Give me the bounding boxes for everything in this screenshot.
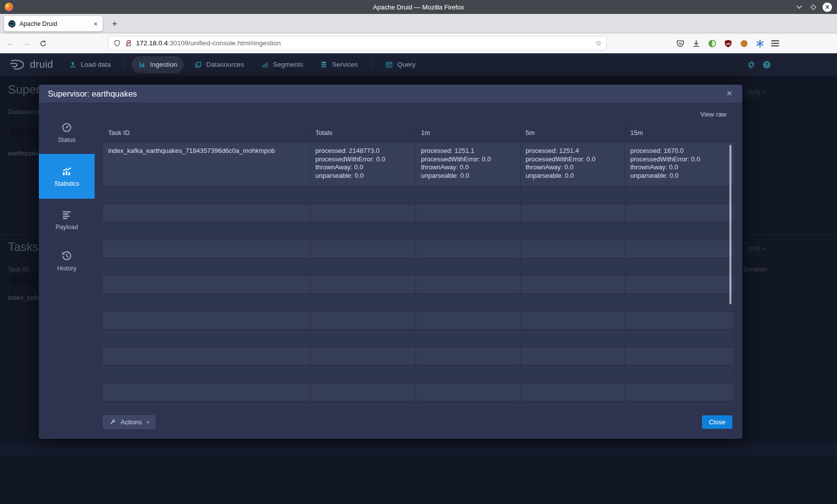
empty-cell [625,276,733,293]
empty-cell [521,348,625,365]
nav-item-query[interactable]: Query [379,56,422,73]
tab-label: Status [58,136,75,143]
asterisk-extension-icon[interactable] [755,39,765,48]
empty-cell [625,366,733,383]
empty-cell [625,204,733,222]
bookmark-star-icon[interactable]: ☆ [595,39,602,48]
tab-statistics[interactable]: Statistics [39,154,95,199]
dialog-close-icon[interactable]: × [723,87,735,100]
nav-item-label: Services [332,61,358,68]
close-window-icon[interactable]: × [823,2,832,12]
insecure-lock-icon[interactable] [125,39,133,47]
nav-items: Load dataIngestionDatasourcesSegmentsSer… [60,56,424,73]
tab-payload[interactable]: Payload [39,200,95,240]
tab-history[interactable]: History [39,241,95,281]
empty-cell [625,258,733,275]
empty-table-row [103,348,733,366]
empty-cell [103,240,310,257]
nav-separator [124,60,125,70]
empty-table-row [103,366,733,383]
window-controls: × [795,0,832,14]
shield-icon[interactable] [113,39,121,47]
empty-cell [625,312,733,329]
history-icon [61,251,72,261]
empty-cell [521,222,625,240]
url-host: 172.18.0.4 [136,39,168,47]
empty-cell [103,348,310,365]
empty-cell [103,276,310,293]
nav-item-segments[interactable]: Segments [255,56,310,73]
window-titlebar: Apache Druid — Mozilla Firefox × [0,0,837,14]
minimize-icon[interactable] [795,2,804,11]
navbar-right: ? [747,60,771,69]
screen: Apache Druid — Mozilla Firefox × Apache … [0,0,837,504]
nav-item-label: Load data [81,61,111,68]
ublock-icon[interactable]: uO [723,39,733,48]
help-icon[interactable]: ? [762,60,771,69]
pocket-icon[interactable] [676,39,685,48]
dialog-header: Supervisor: earthquakes × [39,85,742,103]
empty-cell [310,330,416,347]
empty-cell [416,312,521,329]
empty-cell [625,222,733,240]
empty-cell [521,294,625,311]
empty-cell [103,312,310,329]
gear-icon[interactable] [747,60,756,69]
column-header-15m: 15m [625,124,733,142]
empty-cell [416,258,521,275]
url-bar[interactable]: 172.18.0.4:30109/unified-console.html#in… [108,36,607,50]
empty-cell [310,312,416,329]
empty-cell [521,186,625,204]
nav-buttons: ← → [6,33,47,53]
nav-item-label: Query [397,61,416,68]
empty-cell [310,348,416,365]
menu-icon[interactable] [771,40,779,46]
download-icon[interactable] [692,39,701,48]
empty-cell [521,204,625,222]
nav-item-ingestion[interactable]: Ingestion [132,56,184,73]
cell-m5: processed: 1251.4 processedWithError: 0.… [521,142,625,186]
tab-label: Statistics [54,180,79,187]
empty-cell [103,366,310,383]
browser-tab[interactable]: Apache Druid × [4,16,103,31]
forward-icon[interactable]: → [22,38,31,48]
upload-icon [69,61,77,69]
nav-item-services[interactable]: Services [313,56,364,73]
empty-cell [103,186,310,204]
empty-cell [416,383,521,401]
svg-text:uO: uO [726,41,730,45]
nav-item-label: Datasources [206,61,244,68]
back-icon[interactable]: ← [6,38,14,48]
empty-table-row [103,240,733,258]
nav-item-load-data[interactable]: Load data [62,56,117,73]
column-header-task-id: Task ID [103,124,310,142]
close-label: Close [709,418,725,426]
chevron-down-icon: ▾ [147,419,149,425]
empty-cell [521,276,625,293]
column-header-1m: 1m [416,124,521,142]
services-icon [320,61,328,69]
window-title: Apache Druid — Mozilla Firefox [0,3,837,11]
empty-cell [103,204,310,222]
close-button[interactable]: Close [702,415,732,429]
druid-brand[interactable]: druid [9,59,53,71]
table-scrollbar[interactable] [729,145,731,304]
view-raw-link[interactable]: View raw [700,111,726,118]
cookie-extension-icon[interactable] [739,39,749,48]
svg-text:?: ? [765,62,768,67]
table-row: index_kafka_earthquakes_7184357396d6c0a_… [103,142,733,186]
tab-close-icon[interactable]: × [93,20,99,28]
empty-cell [310,258,416,275]
empty-cell [521,366,625,383]
dashboard-icon [61,122,72,133]
maximize-icon[interactable] [809,2,818,11]
empty-cell [310,366,416,383]
tab-status[interactable]: Status [39,113,95,153]
privacy-extension-icon[interactable] [707,39,717,48]
wrench-icon [109,418,117,426]
actions-button[interactable]: Actions ▾ [103,415,155,429]
new-tab-button[interactable]: + [108,17,122,31]
reload-icon[interactable] [39,39,47,48]
nav-item-datasources[interactable]: Datasources [188,56,251,73]
empty-cell [625,186,733,204]
